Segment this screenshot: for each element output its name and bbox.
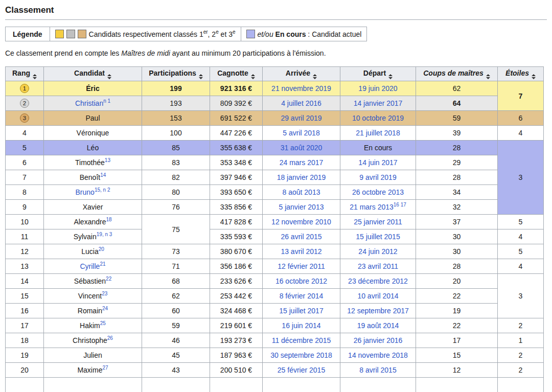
etoiles-cell: 5: [498, 244, 544, 259]
date-link[interactable]: 15 juillet 2017: [279, 307, 323, 315]
date-link[interactable]: 12 septembre 2017: [347, 307, 409, 315]
date-link[interactable]: 18 janvier 2019: [277, 173, 326, 181]
sort-icon: [532, 74, 536, 79]
date-link[interactable]: 16 octobre 2012: [275, 277, 327, 285]
date-link[interactable]: 21 novembre 2019: [271, 84, 331, 93]
footnote-link[interactable]: 24: [102, 306, 108, 311]
ranking-row: 4Véronique100447 226 €5 avril 201821 jui…: [6, 126, 544, 141]
column-header-label: Arrivée: [286, 69, 310, 77]
date-link[interactable]: 16 juin 2014: [282, 321, 320, 330]
date-link[interactable]: 25 janvier 2011: [354, 218, 402, 226]
arrivee-cell: 16 octobre 2012: [263, 274, 340, 289]
date-link[interactable]: 21 juillet 2018: [356, 129, 400, 137]
rank-cell: 12: [6, 244, 44, 259]
footnote-link[interactable]: 26: [107, 335, 113, 341]
footnote-link[interactable]: 13: [105, 157, 110, 163]
footnote-link[interactable]: 16 17: [394, 202, 406, 207]
footnote-link[interactable]: 14: [100, 172, 106, 178]
column-header-arrivee[interactable]: Arrivée: [263, 67, 340, 81]
column-header-depart[interactable]: Départ: [340, 67, 416, 81]
date-link[interactable]: 15 juillet 2015: [356, 233, 400, 241]
footnote-link[interactable]: 19, n 3: [97, 232, 112, 237]
date-link[interactable]: 12 février 2011: [278, 262, 325, 270]
column-header-cagnotte[interactable]: Cagnotte: [210, 67, 263, 81]
etoiles-cell: 4: [498, 259, 544, 274]
date-link[interactable]: 24 juin 2012: [358, 247, 397, 256]
column-header-participations[interactable]: Participations: [142, 67, 210, 81]
etoiles-cell: 6: [498, 111, 544, 126]
participations-cell: 153: [142, 111, 210, 126]
candidate-name: Benoît: [80, 173, 100, 181]
date-link[interactable]: 13 avril 2012: [281, 247, 321, 256]
date-link[interactable]: 26 avril 2015: [281, 233, 321, 241]
depart-cell: 10 avril 2014: [340, 289, 416, 304]
footnote-link[interactable]: 27: [102, 365, 108, 371]
coups-cell: 22: [416, 318, 498, 333]
date-link[interactable]: 30 septembre 2018: [270, 351, 332, 359]
depart-cell: 9 avril 2019: [340, 170, 416, 185]
cagnotte-cell: 335 593 €: [210, 229, 263, 244]
date-link[interactable]: 29 avril 2019: [281, 114, 321, 122]
date-link[interactable]: 23 avril 2011: [358, 262, 398, 270]
date-link[interactable]: 5 janvier 2013: [279, 203, 324, 211]
column-header-coups-de-maitres[interactable]: Coups de maîtres: [416, 67, 498, 81]
participations-cell: 100: [142, 126, 210, 141]
column-header-rang[interactable]: Rang: [6, 67, 44, 81]
date-link[interactable]: 19 juin 2020: [358, 84, 397, 93]
footnote-link[interactable]: n 1: [103, 98, 110, 104]
date-link[interactable]: 5 avril 2018: [283, 129, 319, 137]
text-segment: Ce classement prend en compte les: [5, 49, 121, 57]
rank-cell: 11: [6, 229, 44, 244]
ranking-row: 7Benoît1482397 946 €18 janvier 20199 avr…: [6, 170, 544, 185]
date-link[interactable]: 24 mars 2017: [280, 158, 324, 167]
date-link[interactable]: 10 octobre 2019: [352, 114, 404, 122]
date-link[interactable]: 4 juillet 2016: [281, 99, 321, 107]
date-link[interactable]: 10 avril 2014: [357, 292, 398, 300]
date-link[interactable]: 12 novembre 2010: [271, 218, 331, 226]
date-link[interactable]: 25 février 2015: [278, 366, 325, 374]
date-link[interactable]: 9 avril 2019: [359, 173, 396, 181]
column-header-candidat[interactable]: Candidat: [44, 67, 142, 81]
candidate-cell: Julien: [44, 348, 142, 363]
date-link[interactable]: 23 décembre 2012: [348, 277, 408, 285]
participations-cell: 75: [142, 215, 210, 244]
cagnotte-cell: 219 601 €: [210, 318, 263, 333]
participations-cell: 199: [142, 81, 210, 96]
cagnotte-cell: 253 442 €: [210, 289, 263, 304]
date-link[interactable]: 26 janvier 2016: [354, 336, 403, 344]
date-link[interactable]: 8 août 2013: [283, 188, 320, 196]
column-header-etoiles[interactable]: Étoiles: [498, 67, 544, 81]
footnote-link[interactable]: 18: [106, 217, 111, 222]
rank-cell: 10: [6, 215, 44, 229]
date-link[interactable]: 14 janvier 2017: [354, 99, 403, 107]
candidate-cell: Véronique: [44, 126, 142, 141]
candidate-link[interactable]: Cyrille: [80, 262, 100, 270]
candidate-cell: Maxime27: [44, 363, 142, 378]
depart-cell: 14 novembre 2018: [340, 348, 416, 363]
date-link[interactable]: 11 décembre 2015: [272, 336, 331, 344]
coups-cell: 20: [416, 274, 498, 289]
cagnotte-cell: 335 856 €: [210, 200, 263, 215]
date-link[interactable]: 31 août 2020: [281, 144, 323, 152]
footnote-link[interactable]: 21: [100, 261, 105, 267]
date-link[interactable]: 8 février 2014: [280, 292, 324, 300]
date-link[interactable]: 14 juin 2017: [358, 158, 397, 167]
cagnotte-cell: 356 186 €: [210, 259, 263, 274]
footnote-link[interactable]: 22: [106, 276, 111, 282]
candidate-link[interactable]: Christian: [75, 99, 103, 107]
rank-cell: 3: [6, 111, 44, 126]
candidate-cell: Romain24: [44, 304, 142, 318]
footnote-link[interactable]: 23: [102, 291, 107, 296]
date-link[interactable]: 19 août 2014: [357, 321, 399, 330]
date-link[interactable]: 8 avril 2015: [359, 366, 396, 374]
etoiles-cell: 4: [498, 229, 544, 244]
candidate-link[interactable]: Bruno: [76, 188, 95, 196]
date-link[interactable]: 21 mars 2013: [350, 203, 394, 211]
footnote-link[interactable]: 25: [100, 320, 106, 326]
date-link[interactable]: 26 octobre 2013: [352, 188, 404, 196]
date-link[interactable]: 14 novembre 2018: [348, 351, 408, 359]
intro-paragraph: Ce classement prend en compte les Maître…: [5, 49, 547, 57]
rank-cell: 5: [6, 141, 44, 155]
footnote-link[interactable]: 15, n 2: [95, 187, 110, 193]
footnote-link[interactable]: 20: [99, 246, 104, 252]
